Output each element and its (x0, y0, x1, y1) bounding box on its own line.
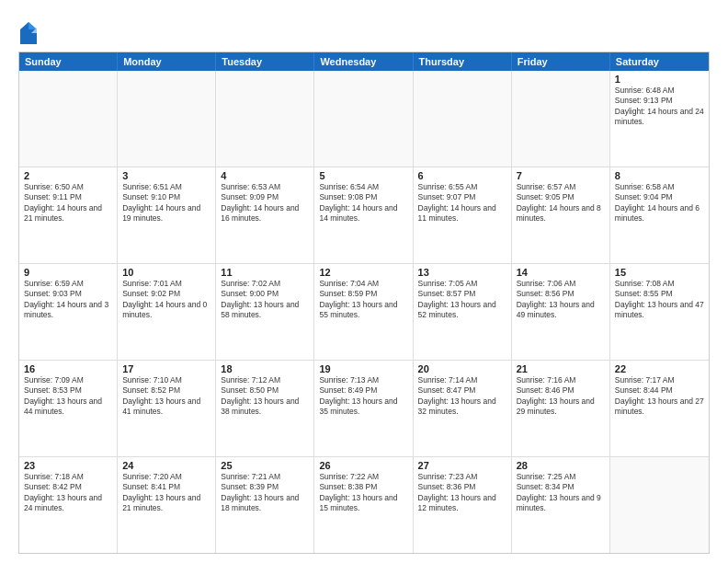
page: SundayMondayTuesdayWednesdayThursdayFrid… (0, 0, 728, 563)
day-info: Sunrise: 6:50 AM Sunset: 9:11 PM Dayligh… (24, 182, 112, 224)
day-number: 25 (221, 460, 309, 471)
day-info: Sunrise: 7:01 AM Sunset: 9:02 PM Dayligh… (122, 279, 210, 321)
calendar-week-4: 16Sunrise: 7:09 AM Sunset: 8:53 PM Dayli… (19, 361, 709, 457)
day-number: 1 (615, 74, 704, 85)
day-info: Sunrise: 6:51 AM Sunset: 9:10 PM Dayligh… (122, 182, 210, 224)
day-info: Sunrise: 7:12 AM Sunset: 8:50 PM Dayligh… (221, 375, 309, 418)
day-number: 3 (122, 170, 210, 181)
day-info: Sunrise: 7:18 AM Sunset: 8:42 PM Dayligh… (24, 472, 112, 514)
calendar: SundayMondayTuesdayWednesdayThursdayFrid… (18, 52, 710, 554)
day-info: Sunrise: 7:20 AM Sunset: 8:41 PM Dayligh… (122, 472, 210, 514)
header-day-monday: Monday (118, 52, 216, 71)
day-number: 23 (24, 460, 112, 471)
day-cell-26: 26Sunrise: 7:22 AM Sunset: 8:38 PM Dayli… (314, 457, 413, 553)
day-cell-2: 2Sunrise: 6:50 AM Sunset: 9:11 PM Daylig… (19, 167, 118, 263)
empty-cell-0-2 (216, 71, 314, 167)
day-cell-18: 18Sunrise: 7:12 AM Sunset: 8:50 PM Dayli… (216, 361, 314, 456)
day-number: 4 (221, 170, 309, 181)
day-cell-15: 15Sunrise: 7:08 AM Sunset: 8:55 PM Dayli… (610, 264, 709, 360)
day-number: 10 (122, 267, 210, 278)
day-info: Sunrise: 7:09 AM Sunset: 8:53 PM Dayligh… (24, 375, 112, 418)
day-info: Sunrise: 7:04 AM Sunset: 8:59 PM Dayligh… (319, 279, 407, 321)
day-cell-19: 19Sunrise: 7:13 AM Sunset: 8:49 PM Dayli… (314, 361, 413, 456)
day-info: Sunrise: 7:22 AM Sunset: 8:38 PM Dayligh… (319, 472, 407, 514)
calendar-header: SundayMondayTuesdayWednesdayThursdayFrid… (19, 52, 709, 71)
day-number: 22 (615, 363, 704, 374)
logo (18, 20, 40, 46)
header-day-tuesday: Tuesday (216, 52, 314, 71)
day-info: Sunrise: 7:10 AM Sunset: 8:52 PM Dayligh… (122, 375, 210, 418)
day-number: 11 (221, 267, 309, 278)
day-info: Sunrise: 7:02 AM Sunset: 9:00 PM Dayligh… (221, 279, 309, 321)
day-number: 6 (418, 170, 506, 181)
day-cell-22: 22Sunrise: 7:17 AM Sunset: 8:44 PM Dayli… (610, 361, 709, 456)
day-number: 7 (517, 170, 605, 181)
day-cell-17: 17Sunrise: 7:10 AM Sunset: 8:52 PM Dayli… (118, 361, 216, 456)
calendar-week-5: 23Sunrise: 7:18 AM Sunset: 8:42 PM Dayli… (19, 457, 709, 553)
day-number: 18 (221, 363, 309, 374)
day-cell-8: 8Sunrise: 6:58 AM Sunset: 9:04 PM Daylig… (610, 167, 709, 263)
day-info: Sunrise: 7:13 AM Sunset: 8:49 PM Dayligh… (319, 375, 407, 418)
day-info: Sunrise: 6:48 AM Sunset: 9:13 PM Dayligh… (615, 86, 704, 128)
day-cell-9: 9Sunrise: 6:59 AM Sunset: 9:03 PM Daylig… (19, 264, 118, 360)
empty-cell-0-3 (314, 71, 413, 167)
header-day-wednesday: Wednesday (314, 52, 413, 71)
day-cell-14: 14Sunrise: 7:06 AM Sunset: 8:56 PM Dayli… (512, 264, 610, 360)
empty-cell-0-5 (512, 71, 610, 167)
day-number: 27 (418, 460, 506, 471)
calendar-week-2: 2Sunrise: 6:50 AM Sunset: 9:11 PM Daylig… (19, 167, 709, 264)
svg-marker-1 (28, 22, 37, 29)
day-cell-25: 25Sunrise: 7:21 AM Sunset: 8:39 PM Dayli… (216, 457, 314, 553)
day-cell-21: 21Sunrise: 7:16 AM Sunset: 8:46 PM Dayli… (512, 361, 610, 456)
header (18, 17, 710, 46)
day-number: 16 (24, 363, 112, 374)
day-info: Sunrise: 7:16 AM Sunset: 8:46 PM Dayligh… (517, 375, 605, 418)
day-info: Sunrise: 7:08 AM Sunset: 8:55 PM Dayligh… (615, 279, 704, 321)
empty-cell-0-4 (414, 71, 512, 167)
header-day-sunday: Sunday (19, 52, 118, 71)
day-number: 12 (319, 267, 407, 278)
day-number: 24 (122, 460, 210, 471)
day-cell-6: 6Sunrise: 6:55 AM Sunset: 9:07 PM Daylig… (414, 167, 512, 263)
day-info: Sunrise: 7:23 AM Sunset: 8:36 PM Dayligh… (418, 472, 506, 514)
day-cell-1: 1Sunrise: 6:48 AM Sunset: 9:13 PM Daylig… (610, 71, 709, 167)
day-info: Sunrise: 7:06 AM Sunset: 8:56 PM Dayligh… (517, 279, 605, 321)
day-cell-7: 7Sunrise: 6:57 AM Sunset: 9:05 PM Daylig… (512, 167, 610, 263)
empty-cell-0-0 (19, 71, 118, 167)
day-cell-10: 10Sunrise: 7:01 AM Sunset: 9:02 PM Dayli… (118, 264, 216, 360)
day-cell-13: 13Sunrise: 7:05 AM Sunset: 8:57 PM Dayli… (414, 264, 512, 360)
day-number: 9 (24, 267, 112, 278)
day-cell-11: 11Sunrise: 7:02 AM Sunset: 9:00 PM Dayli… (216, 264, 314, 360)
day-number: 21 (517, 363, 605, 374)
day-cell-23: 23Sunrise: 7:18 AM Sunset: 8:42 PM Dayli… (19, 457, 118, 553)
day-cell-3: 3Sunrise: 6:51 AM Sunset: 9:10 PM Daylig… (118, 167, 216, 263)
day-info: Sunrise: 6:57 AM Sunset: 9:05 PM Dayligh… (517, 182, 605, 224)
day-number: 19 (319, 363, 407, 374)
day-info: Sunrise: 6:54 AM Sunset: 9:08 PM Dayligh… (319, 182, 407, 224)
logo-icon (18, 20, 39, 46)
empty-cell-0-1 (118, 71, 216, 167)
day-number: 20 (418, 363, 506, 374)
header-day-friday: Friday (512, 52, 610, 71)
day-number: 13 (418, 267, 506, 278)
calendar-week-1: 1Sunrise: 6:48 AM Sunset: 9:13 PM Daylig… (19, 71, 709, 167)
day-cell-16: 16Sunrise: 7:09 AM Sunset: 8:53 PM Dayli… (19, 361, 118, 456)
day-info: Sunrise: 7:25 AM Sunset: 8:34 PM Dayligh… (517, 472, 605, 514)
day-info: Sunrise: 6:55 AM Sunset: 9:07 PM Dayligh… (418, 182, 506, 224)
empty-cell-4-6 (610, 457, 709, 553)
calendar-body: 1Sunrise: 6:48 AM Sunset: 9:13 PM Daylig… (19, 71, 709, 553)
day-number: 26 (319, 460, 407, 471)
day-number: 17 (122, 363, 210, 374)
day-info: Sunrise: 7:14 AM Sunset: 8:47 PM Dayligh… (418, 375, 506, 418)
day-info: Sunrise: 7:17 AM Sunset: 8:44 PM Dayligh… (615, 375, 704, 418)
day-cell-24: 24Sunrise: 7:20 AM Sunset: 8:41 PM Dayli… (118, 457, 216, 553)
day-number: 15 (615, 267, 704, 278)
day-number: 14 (517, 267, 605, 278)
header-day-thursday: Thursday (414, 52, 512, 71)
day-info: Sunrise: 7:05 AM Sunset: 8:57 PM Dayligh… (418, 279, 506, 321)
header-day-saturday: Saturday (610, 52, 709, 71)
day-number: 8 (615, 170, 704, 181)
day-number: 28 (517, 460, 605, 471)
day-cell-28: 28Sunrise: 7:25 AM Sunset: 8:34 PM Dayli… (512, 457, 610, 553)
day-number: 2 (24, 170, 112, 181)
